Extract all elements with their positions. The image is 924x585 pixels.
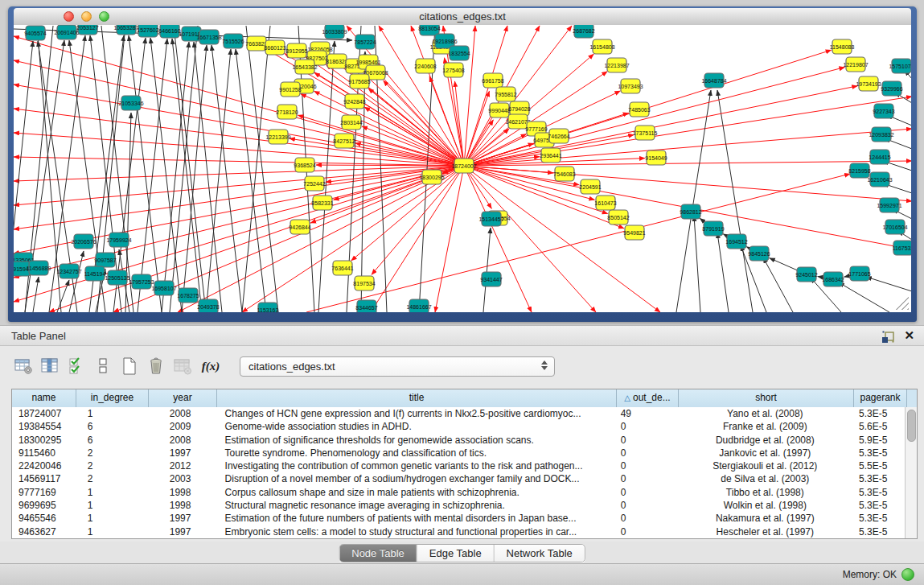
graph-node-2718120[interactable]: 2718120 xyxy=(276,105,298,119)
graph-node-17375115[interactable]: 17375115 xyxy=(633,126,658,140)
graph-node-1527602[interactable]: 1527602 xyxy=(137,25,158,37)
citation-edge-red[interactable] xyxy=(14,133,464,166)
graph-node-16210643[interactable]: 16210643 xyxy=(867,172,892,187)
graph-node-9329966[interactable]: 9329966 xyxy=(881,81,902,96)
graph-node-9242848[interactable]: 9242848 xyxy=(343,94,365,109)
citation-edge-black[interactable] xyxy=(174,26,206,312)
graph-node-8427512[interactable]: 8427512 xyxy=(333,134,355,148)
citation-edge-black[interactable] xyxy=(242,26,270,312)
graph-node-7636441[interactable]: 7636441 xyxy=(331,261,353,275)
graph-node-8215958[interactable]: 8215958 xyxy=(848,163,870,178)
graph-node-2049378[interactable]: 2049378 xyxy=(197,299,219,312)
graph-node-12213399[interactable]: 12213399 xyxy=(265,130,290,144)
show-columns-icon[interactable] xyxy=(39,356,60,377)
graph-node-9227343[interactable]: 9227343 xyxy=(873,104,894,118)
table-row[interactable]: 946362711997Embryonic stem cells: a mode… xyxy=(12,525,906,538)
graph-node-6466160[interactable]: 6466160 xyxy=(158,25,180,38)
graph-node-8505142[interactable]: 8505142 xyxy=(607,210,629,225)
graph-node-15134457[interactable]: 15134457 xyxy=(478,212,503,226)
graph-node-1610473[interactable]: 1610473 xyxy=(594,196,616,210)
citation-edge-black[interactable] xyxy=(101,26,133,312)
table-mode-icon[interactable] xyxy=(13,356,34,377)
graph-node-7546083[interactable]: 7546083 xyxy=(553,167,575,181)
graph-node-15992971[interactable]: 15992971 xyxy=(877,198,901,212)
import-table-icon-disabled[interactable] xyxy=(172,356,193,377)
column-header-short[interactable]: short xyxy=(679,389,854,407)
citation-edge-red[interactable] xyxy=(14,166,464,229)
delete-column-icon[interactable] xyxy=(146,356,166,377)
scrollbar-thumb[interactable] xyxy=(907,410,916,442)
citation-edge-red[interactable] xyxy=(14,166,464,205)
column-header-year[interactable]: year xyxy=(149,389,217,407)
graph-node-7515526[interactable]: 7515526 xyxy=(222,34,244,48)
table-row[interactable]: 1938455462009Genome-wide association stu… xyxy=(12,420,906,433)
table-select-dropdown[interactable]: citations_edges.txt xyxy=(240,356,555,377)
graph-node-8791919[interactable]: 8791919 xyxy=(702,221,724,236)
citation-edge-red[interactable] xyxy=(362,126,464,166)
graph-node-7485063[interactable]: 7485063 xyxy=(628,102,650,117)
graph-node-9426844[interactable]: 9426844 xyxy=(289,220,310,234)
citation-edge-black[interactable] xyxy=(717,90,753,312)
graph-node-2803144[interactable]: 2803144 xyxy=(340,115,362,130)
citation-edge-black[interactable] xyxy=(211,45,242,312)
tab-edge-table[interactable]: Edge Table xyxy=(417,545,495,562)
citation-edge-black[interactable] xyxy=(182,45,207,312)
graph-node-2204591[interactable]: 2204591 xyxy=(579,179,601,194)
column-header-title[interactable]: title xyxy=(217,389,617,407)
citation-edge-red[interactable] xyxy=(14,157,464,166)
graph-node-2053127[interactable]: 2053127 xyxy=(76,25,98,35)
graph-node-1686342[interactable]: 1686342 xyxy=(822,272,844,286)
table-row[interactable]: 1830029562008Estimation of significance … xyxy=(12,434,906,447)
column-header-in_degree[interactable]: in_degree xyxy=(76,389,149,407)
row-height-icon[interactable] xyxy=(92,356,113,377)
graph-node-11548088[interactable]: 11548088 xyxy=(830,39,855,54)
tab-network-table[interactable]: Network Table xyxy=(495,545,585,562)
graph-node-9405574[interactable]: 9405574 xyxy=(24,26,46,40)
graph-node-6961758[interactable]: 6961758 xyxy=(482,73,503,88)
citation-edge-black[interactable] xyxy=(236,49,266,312)
citation-network-graph[interactable]: 1872400776638228660123891295518226058982… xyxy=(14,25,911,312)
graph-node-8344657[interactable]: 8344657 xyxy=(355,300,377,312)
graph-node-1771065[interactable]: 1771065 xyxy=(848,266,870,281)
graph-node-17959924[interactable]: 17959924 xyxy=(106,233,131,247)
graph-node-12219807[interactable]: 12219807 xyxy=(843,57,868,72)
float-panel-icon[interactable] xyxy=(881,330,895,344)
citation-edge-black[interactable] xyxy=(676,90,711,312)
graph-node-6794028[interactable]: 6794028 xyxy=(508,101,530,116)
citation-edge-red[interactable] xyxy=(371,166,464,312)
citation-edge-red[interactable] xyxy=(435,166,464,312)
graph-node-20691406[interactable]: 20691406 xyxy=(54,25,79,39)
graph-node-9901258[interactable]: 9901258 xyxy=(279,82,301,97)
table-row[interactable]: 969969511998Structural magnetic resonanc… xyxy=(12,499,906,512)
graph-node-17016504[interactable]: 17016504 xyxy=(882,220,907,234)
citation-edge-black[interactable] xyxy=(194,42,222,312)
column-header-name[interactable]: name xyxy=(12,389,76,407)
graph-node-1167533[interactable]: 1167533 xyxy=(893,241,911,255)
graph-node-7462664[interactable]: 7462664 xyxy=(548,129,569,143)
citation-edge-black[interactable] xyxy=(170,26,198,312)
table-row[interactable]: 2242004622012Investigating the contribut… xyxy=(12,459,906,472)
graph-node-16154808[interactable]: 16154808 xyxy=(589,39,614,54)
table-vertical-scrollbar[interactable] xyxy=(905,407,917,538)
close-panel-icon[interactable]: ✕ xyxy=(904,328,914,343)
citation-edge-black[interactable] xyxy=(138,39,167,312)
graph-node-1678275[interactable]: 1678275 xyxy=(177,288,199,303)
graph-node-1275408[interactable]: 1275408 xyxy=(442,63,464,77)
graph-node-12093832[interactable]: 12093832 xyxy=(869,127,893,142)
graph-node-9368524[interactable]: 9368524 xyxy=(294,158,315,172)
citation-edge-red[interactable] xyxy=(306,174,850,312)
citation-edge-black[interactable] xyxy=(483,228,491,312)
graph-node-9990448[interactable]: 9990448 xyxy=(488,103,510,117)
graph-node-16958107[interactable]: 16958107 xyxy=(151,281,176,295)
graph-node-18300295[interactable]: 18300295 xyxy=(419,170,444,184)
graph-node-1244415[interactable]: 1244415 xyxy=(869,150,890,164)
graph-node-1832554[interactable]: 1832554 xyxy=(448,46,470,60)
citation-edge-red[interactable] xyxy=(464,26,572,166)
graph-node-8197534[interactable]: 8197534 xyxy=(353,276,375,290)
graph-node-8660123[interactable]: 8660123 xyxy=(264,40,285,55)
graph-node-9175685[interactable]: 9175685 xyxy=(348,74,370,89)
graph-node-10973493[interactable]: 10973493 xyxy=(618,79,643,93)
table-row[interactable]: 977716911998Corpus callosum shape and si… xyxy=(12,486,906,499)
table-row[interactable]: 946554611997Estimation of the future num… xyxy=(12,512,906,525)
graph-node-10653287[interactable]: 10653287 xyxy=(113,25,138,35)
